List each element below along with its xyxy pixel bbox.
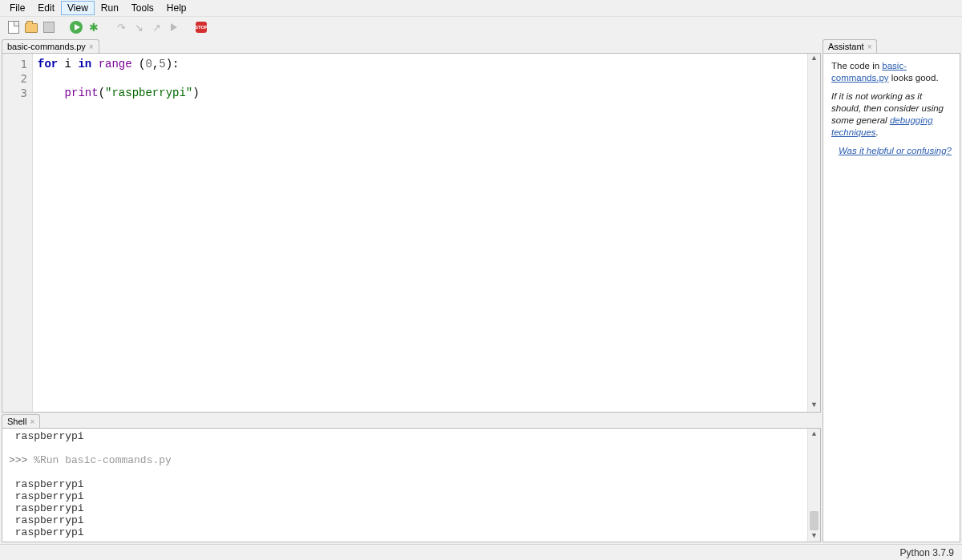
- shell-run-line: >>> %Run basic-commands.py: [9, 454, 814, 466]
- line-number: 3: [9, 86, 27, 100]
- new-file-icon: [8, 21, 19, 34]
- shell-panel: Shell × raspberrypi >>> %Run basic-comma…: [2, 414, 821, 542]
- scroll-up-icon[interactable]: ▲: [808, 429, 820, 440]
- code-area[interactable]: for i in range (0,5): print("raspberrypi…: [33, 54, 807, 412]
- menu-view[interactable]: View: [61, 1, 95, 15]
- open-folder-icon: [25, 23, 38, 33]
- save-icon: [43, 22, 55, 33]
- python-version[interactable]: Python 3.7.9: [900, 547, 954, 558]
- resume-button[interactable]: [167, 20, 181, 34]
- shell-blank: [9, 538, 814, 542]
- new-file-button[interactable]: [6, 20, 21, 34]
- scroll-down-icon[interactable]: ▼: [808, 401, 820, 412]
- step-out-icon: ↗: [152, 22, 161, 34]
- shell-scrollbar[interactable]: ▲ ▼: [807, 429, 820, 542]
- scroll-thumb[interactable]: [810, 511, 819, 530]
- scroll-up-icon[interactable]: ▲: [808, 54, 820, 65]
- statusbar: Python 3.7.9: [0, 544, 962, 560]
- step-over-button[interactable]: ↷: [114, 20, 128, 34]
- shell-output-line: raspberrypi: [9, 526, 814, 538]
- assistant-feedback: Was it helpful or confusing?: [831, 145, 952, 157]
- workspace: basic-commands.py × 1 2 3 for i in range…: [0, 38, 962, 544]
- shell-tab-label: Shell: [7, 417, 26, 426]
- assistant-tab[interactable]: Assistant ×: [823, 39, 877, 53]
- feedback-link[interactable]: Was it helpful or confusing?: [839, 146, 952, 155]
- shell-output-line: raspberrypi: [9, 490, 814, 502]
- close-icon[interactable]: ×: [89, 42, 94, 51]
- line-gutter: 1 2 3: [2, 54, 33, 412]
- shell-body[interactable]: raspberrypi >>> %Run basic-commands.py r…: [2, 428, 821, 542]
- shell-output-line: raspberrypi: [9, 502, 814, 514]
- step-out-button[interactable]: ↗: [149, 20, 164, 34]
- shell-output-line: raspberrypi: [9, 430, 814, 442]
- toolbar: ✱ ↷ ↘ ↗ STOP: [0, 17, 962, 38]
- stop-button[interactable]: STOP: [194, 20, 208, 34]
- shell-output-line: raspberrypi: [9, 514, 814, 526]
- assistant-body: The code in basic-commands.py looks good…: [823, 53, 960, 542]
- assistant-hint: If it is not working as it should, then …: [831, 91, 952, 139]
- play-icon: [75, 24, 80, 30]
- editor-panel: basic-commands.py × 1 2 3 for i in range…: [2, 39, 821, 413]
- open-file-button[interactable]: [24, 20, 38, 34]
- shell-blank: [9, 466, 814, 478]
- editor-scrollbar[interactable]: ▲ ▼: [807, 54, 820, 412]
- close-icon[interactable]: ×: [867, 42, 872, 51]
- editor-tab[interactable]: basic-commands.py ×: [2, 39, 99, 53]
- step-into-icon: ↘: [135, 22, 143, 34]
- menu-run[interactable]: Run: [95, 1, 125, 15]
- menu-help[interactable]: Help: [160, 1, 193, 15]
- scroll-down-icon[interactable]: ▼: [808, 530, 820, 542]
- line-number: 2: [9, 71, 27, 86]
- editor-body[interactable]: 1 2 3 for i in range (0,5): print("raspb…: [2, 53, 821, 413]
- assistant-panel: Assistant × The code in basic-commands.p…: [823, 39, 960, 542]
- editor-tab-label: basic-commands.py: [7, 42, 86, 51]
- assistant-message: The code in basic-commands.py looks good…: [831, 60, 952, 84]
- step-into-button[interactable]: ↘: [131, 20, 146, 34]
- shell-tab[interactable]: Shell ×: [2, 414, 40, 428]
- close-icon[interactable]: ×: [30, 417, 34, 426]
- assistant-tab-label: Assistant: [828, 42, 864, 51]
- shell-output-line: raspberrypi: [9, 478, 814, 490]
- save-button[interactable]: [42, 20, 56, 34]
- step-over-icon: ↷: [117, 22, 126, 34]
- menu-tools[interactable]: Tools: [125, 1, 160, 15]
- bug-icon: ✱: [89, 21, 99, 34]
- menubar: File Edit View Run Tools Help: [0, 0, 962, 17]
- shell-blank: [9, 442, 814, 454]
- menu-file[interactable]: File: [3, 1, 31, 15]
- debug-button[interactable]: ✱: [87, 20, 101, 34]
- run-button[interactable]: [69, 20, 83, 34]
- resume-icon: [171, 23, 177, 31]
- line-number: 1: [9, 57, 27, 71]
- stop-icon: STOP: [196, 22, 207, 33]
- menu-edit[interactable]: Edit: [31, 1, 61, 15]
